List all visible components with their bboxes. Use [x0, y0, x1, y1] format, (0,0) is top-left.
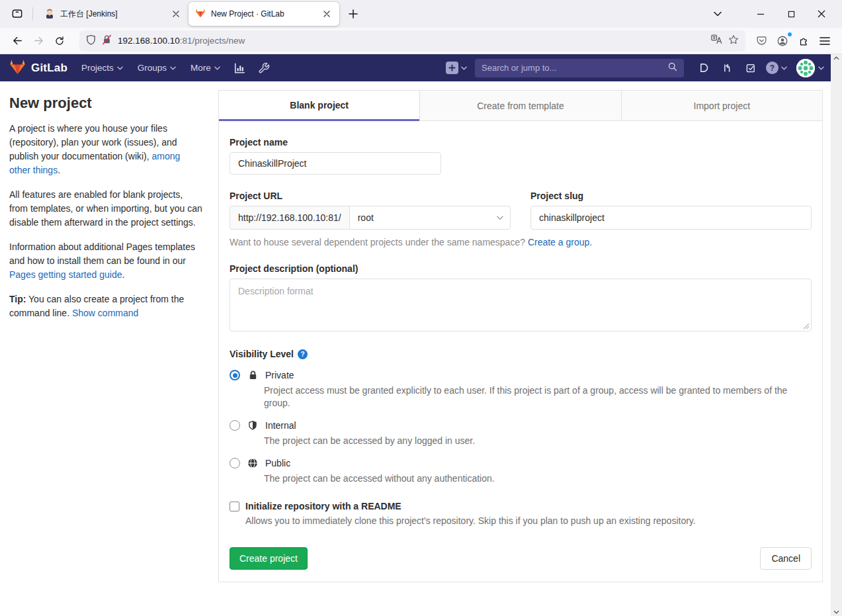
visibility-option-private: Private Project access must be granted e…: [230, 369, 812, 410]
readme-checkbox[interactable]: [230, 502, 239, 511]
back-button[interactable]: [7, 30, 28, 52]
select-chevron-icon: [497, 216, 503, 220]
project-type-tabs: Blank project Create from template Impor…: [219, 91, 822, 121]
forward-button[interactable]: [28, 30, 49, 52]
create-group-link[interactable]: Create a group.: [528, 237, 592, 247]
nav-projects[interactable]: Projects: [74, 59, 130, 77]
namespace-hint: Want to house several dependent projects…: [230, 237, 812, 247]
globe-icon: [247, 457, 259, 469]
help-question-icon: ?: [766, 62, 779, 74]
public-radio[interactable]: [230, 458, 240, 468]
list-all-tabs-chevron-icon[interactable]: [707, 4, 728, 24]
search-placeholder: Search or jump to...: [482, 63, 668, 73]
plus-icon: [446, 62, 458, 74]
readme-section: Initialize repository with a README Allo…: [230, 501, 812, 526]
private-radio[interactable]: [230, 370, 240, 380]
new-menu-button[interactable]: [446, 62, 467, 74]
browser-tab-strip: 工作台 [Jenkins] New Project · GitLab: [0, 0, 842, 28]
visibility-option-public: Public The project can be accessed witho…: [230, 457, 812, 485]
readme-label: Initialize repository with a README: [245, 501, 401, 511]
merge-requests-icon[interactable]: [716, 57, 738, 79]
bookmark-star-icon[interactable]: [728, 34, 739, 48]
blank-project-form: Project name Project URL http://192.168.…: [219, 121, 822, 582]
tab-close-icon[interactable]: [319, 7, 334, 21]
url-bar[interactable]: 192.168.100.10:81/projects/new: [79, 30, 745, 52]
project-url-prefix: http://192.168.100.10:81/: [230, 206, 349, 230]
tracking-shield-icon[interactable]: [86, 34, 96, 48]
avatar-chevron-icon[interactable]: [818, 66, 824, 70]
firefox-view-button[interactable]: [7, 4, 28, 24]
account-notification-dot: [787, 32, 792, 37]
tab-separator: [32, 7, 33, 21]
url-text: 192.168.100.10:81/projects/new: [118, 36, 705, 46]
window-maximize-button[interactable]: [776, 0, 806, 28]
help-menu-button[interactable]: ?: [766, 62, 787, 74]
tab-title: New Project · GitLab: [211, 9, 314, 19]
pages-guide-link[interactable]: Pages getting started guide: [9, 269, 122, 280]
gitlab-logo-icon[interactable]: [9, 59, 26, 77]
new-tab-button[interactable]: [343, 4, 363, 24]
gitlab-tanuki-favicon-icon: [195, 8, 206, 20]
menu-hamburger-icon[interactable]: [814, 30, 835, 52]
project-url-label: Project URL: [230, 191, 511, 201]
insecure-lock-icon[interactable]: [102, 34, 112, 48]
nav-more[interactable]: More: [183, 59, 228, 77]
visibility-option-internal: Internal The project can be accessed by …: [230, 419, 812, 447]
project-description-input[interactable]: [230, 279, 812, 331]
issues-icon[interactable]: [692, 57, 714, 79]
sidebar-tip: Tip: You can also create a project from …: [9, 292, 202, 320]
statistics-chart-icon[interactable]: [229, 57, 251, 79]
reload-button[interactable]: [49, 30, 70, 52]
tab-close-icon[interactable]: [169, 7, 183, 21]
browser-tab-jenkins[interactable]: 工作台 [Jenkins]: [38, 3, 189, 25]
scroll-down-icon: [833, 610, 839, 614]
project-slug-label: Project slug: [530, 191, 812, 201]
browser-tab-gitlab[interactable]: New Project · GitLab: [189, 2, 339, 26]
extensions-puzzle-icon[interactable]: [793, 30, 814, 52]
new-project-card: Blank project Create from template Impor…: [218, 90, 823, 582]
user-avatar[interactable]: [796, 59, 815, 77]
translate-icon[interactable]: [711, 34, 722, 47]
internal-radio[interactable]: [230, 420, 240, 431]
browser-toolbar: 192.168.100.10:81/projects/new: [0, 28, 842, 54]
sidebar-paragraph: A project is where you house your files …: [9, 122, 202, 177]
window-scrollbar[interactable]: [831, 54, 842, 616]
project-name-input[interactable]: [230, 152, 441, 175]
visibility-level-label: Visibility Level: [230, 349, 294, 359]
shield-icon: [247, 419, 259, 431]
todos-icon[interactable]: [739, 57, 762, 79]
pocket-icon[interactable]: [751, 30, 772, 52]
visibility-help-icon[interactable]: ?: [298, 349, 308, 359]
sidebar-paragraph: Information about additional Pages templ…: [9, 240, 202, 282]
window-minimize-button[interactable]: [745, 0, 776, 28]
tab-title: 工作台 [Jenkins]: [60, 9, 163, 20]
project-slug-input[interactable]: [530, 206, 812, 230]
jenkins-favicon-icon: [44, 8, 55, 21]
namespace-select[interactable]: root: [349, 206, 511, 230]
nav-groups[interactable]: Groups: [130, 59, 183, 77]
tab-blank-project[interactable]: Blank project: [219, 91, 419, 121]
project-name-label: Project name: [230, 137, 812, 148]
tab-import-project[interactable]: Import project: [621, 91, 822, 121]
show-command-link[interactable]: Show command: [72, 308, 138, 318]
search-input[interactable]: Search or jump to...: [475, 59, 684, 77]
cancel-button[interactable]: Cancel: [760, 547, 812, 570]
project-description-label: Project description (optional): [230, 263, 812, 274]
gitlab-navbar: GitLab Projects Groups More Search or ju…: [0, 54, 831, 81]
admin-wrench-icon[interactable]: [253, 57, 275, 79]
create-project-button[interactable]: Create project: [230, 547, 308, 570]
search-icon: [668, 62, 677, 74]
firefox-account-icon[interactable]: [772, 30, 793, 52]
gitlab-brand[interactable]: GitLab: [31, 62, 67, 75]
sidebar-paragraph: All features are enabled for blank proje…: [9, 188, 202, 230]
lock-icon: [247, 369, 259, 381]
scroll-up-icon: [833, 56, 839, 60]
tab-create-from-template[interactable]: Create from template: [419, 91, 620, 121]
new-project-sidebar: New project A project is where you house…: [0, 81, 218, 331]
window-close-button[interactable]: [806, 0, 837, 28]
resize-grip-icon[interactable]: [803, 323, 810, 330]
page-title: New project: [9, 95, 202, 112]
